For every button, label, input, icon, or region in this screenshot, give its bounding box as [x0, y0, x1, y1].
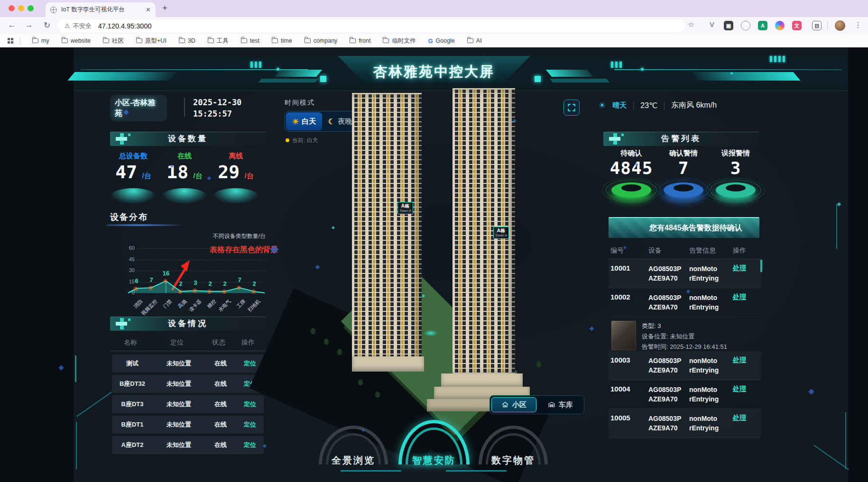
date-text: 2025-12-30: [193, 97, 241, 108]
reload-button[interactable]: ↻: [42, 20, 52, 30]
header-wing-left-2: [259, 79, 319, 82]
bookmark-item[interactable]: G company: [305, 37, 338, 45]
handle-link[interactable]: 处理: [733, 356, 759, 375]
nav-arch-label[interactable]: 数字物管: [471, 454, 556, 467]
extension-dark-icon[interactable]: ▣: [724, 21, 733, 30]
bookmark-item[interactable]: G 3D: [179, 37, 195, 45]
bookmark-item[interactable]: G my: [32, 37, 49, 45]
device-stat: 总设备数 47 /台: [109, 152, 158, 203]
time-mode-toggle: ☀ 白天 ☾ 夜晚: [285, 111, 360, 132]
maximize-window-button[interactable]: [28, 5, 34, 11]
handle-link[interactable]: 处理: [733, 293, 759, 312]
bookmark-item[interactable]: G website: [62, 37, 91, 45]
datetime-divider: [184, 98, 185, 117]
alarm-row[interactable]: 10005 AG08503PAZE9A70 nonMotorEntrying 处…: [609, 409, 761, 438]
handle-link[interactable]: 处理: [733, 414, 759, 433]
data-point-marker-icon: ✳: [222, 288, 227, 295]
address-bar[interactable]: ⚠ 不安全 47.120.4.95:3000: [58, 19, 685, 32]
bookmark-item[interactable]: G 社区: [103, 37, 124, 45]
device-status: 在线: [205, 420, 236, 429]
locate-link[interactable]: 定位: [236, 420, 264, 429]
tab-close-icon[interactable]: ✕: [146, 6, 151, 13]
tab-strip: IoT 数字孪生可视化平台 ✕ +: [0, 0, 868, 17]
colorful-extension-icon[interactable]: [775, 21, 785, 30]
alarm-id: 10002: [610, 293, 648, 312]
device-stat-glow: [111, 188, 156, 203]
browser-menu-icon[interactable]: ⋮: [853, 20, 863, 29]
back-button[interactable]: ←: [7, 20, 17, 30]
tower-badge[interactable]: A栋 Tower A: [493, 227, 509, 239]
alarm-table: 编号 设备 告警信息 操作 10001 AG08503PAZE9A70 nonM…: [609, 244, 761, 479]
device-table-row[interactable]: B座DT3 未知位置 在线 定位: [112, 395, 264, 413]
tab-title: IoT 数字孪生可视化平台: [61, 6, 146, 14]
locate-link[interactable]: 定位: [236, 441, 264, 449]
bookmark-item[interactable]: G 工具: [208, 37, 229, 45]
data-point-value: 2: [220, 280, 230, 287]
tower-badge[interactable]: A栋 Tower A: [397, 202, 413, 214]
device-table-row[interactable]: 测试 未知位置 在线 定位: [112, 355, 264, 373]
vue-devtools-icon[interactable]: V: [707, 20, 717, 28]
fullscreen-icon: [567, 103, 576, 112]
folder-icon: [32, 38, 38, 43]
alarm-row[interactable]: 10004 AG08503PAZE9A70 nonMotorEntrying 处…: [609, 380, 761, 409]
handle-link[interactable]: 处理: [733, 385, 759, 404]
data-point-marker-icon: ✳: [163, 278, 168, 285]
distribution-title-glow: [107, 224, 187, 227]
panel-cross-icon: [116, 133, 130, 145]
data-point-value: 7: [147, 276, 156, 283]
device-stat-unit: /台: [194, 172, 203, 180]
bookmark-label: company: [314, 37, 338, 44]
device-table-row[interactable]: A座DT2 未知位置 在线 定位: [112, 436, 264, 454]
bookmark-star-icon[interactable]: ☆: [686, 20, 696, 29]
green-a-extension-icon[interactable]: A: [758, 21, 767, 30]
nav-arch-label[interactable]: 全景浏览: [311, 454, 396, 467]
translate-extension-icon[interactable]: 文: [792, 21, 802, 30]
alarm-row[interactable]: 10002 AG08503PAZE9A70 nonMotorEntrying 处…: [609, 288, 761, 317]
day-mode-button[interactable]: ☀ 白天: [286, 112, 322, 130]
bookmark-item[interactable]: G 原型+UI: [136, 37, 166, 45]
nav-arch-label[interactable]: 智慧安防: [391, 454, 477, 467]
fullscreen-button[interactable]: [563, 100, 580, 116]
alarm-device: AG08503PAZE9A70: [648, 356, 689, 375]
alarm-id: 10003: [610, 356, 648, 375]
apps-grid-icon[interactable]: [8, 38, 13, 44]
bookmark-item[interactable]: G test: [241, 37, 259, 45]
nav-underline-1: [341, 470, 401, 472]
locate-link[interactable]: 定位: [236, 400, 264, 409]
alarm-time: 告警时间: 2025-12-29 16:41:51: [642, 342, 727, 351]
alarm-row[interactable]: 10001 AG08503PAZE9A70 nonMotorEntrying 处…: [609, 259, 761, 288]
bookmark-item[interactable]: G front: [350, 37, 370, 45]
alarm-snapshot-thumbnail[interactable]: [611, 321, 636, 350]
alarm-rows: 10001 AG08503PAZE9A70 nonMotorEntrying 处…: [609, 259, 761, 438]
bookmark-item[interactable]: G Google: [428, 37, 454, 45]
bookmark-item[interactable]: G time: [272, 37, 292, 45]
tower-a[interactable]: [352, 93, 422, 359]
datetime: 2025-12-30 15:25:57: [193, 97, 241, 119]
profile-avatar[interactable]: [835, 20, 845, 31]
close-window-button[interactable]: [9, 5, 15, 11]
minimize-window-button[interactable]: [18, 5, 24, 11]
chat-bubble-extension-icon[interactable]: ◌: [741, 21, 750, 30]
data-point-value: 6: [132, 277, 141, 284]
alarm-row[interactable]: 10003 AG08503PAZE9A70 nonMotorEntrying 处…: [609, 351, 761, 380]
url-text[interactable]: 47.120.4.95:3000: [98, 22, 152, 30]
panel-device-count: 设备数量: [110, 132, 266, 146]
tree: [337, 349, 342, 355]
device-table-row[interactable]: B座DT32 未知位置 在线 定位: [112, 375, 264, 393]
new-tab-button[interactable]: +: [162, 3, 167, 13]
bookmark-item[interactable]: G 临时文件: [383, 37, 416, 45]
scene-tab[interactable]: 车库: [538, 397, 582, 412]
handle-link[interactable]: 处理: [733, 264, 759, 283]
bookmark-item[interactable]: G AI: [467, 37, 482, 45]
col-status: 状态: [203, 338, 234, 347]
nav-underline-2: [446, 470, 507, 472]
device-status: 在线: [205, 380, 236, 388]
scene-tab[interactable]: 小区: [491, 397, 536, 412]
folder-icon: [383, 38, 389, 43]
forward-button[interactable]: →: [24, 20, 34, 30]
browser-tab[interactable]: IoT 数字孪生可视化平台 ✕: [46, 2, 156, 17]
extensions-puzzle-icon[interactable]: ⚄: [812, 21, 822, 30]
device-table-row[interactable]: B座DT1 未知位置 在线 定位: [112, 416, 264, 434]
header-line-right: [614, 69, 842, 70]
bookmark-label: 原型+UI: [145, 37, 166, 45]
